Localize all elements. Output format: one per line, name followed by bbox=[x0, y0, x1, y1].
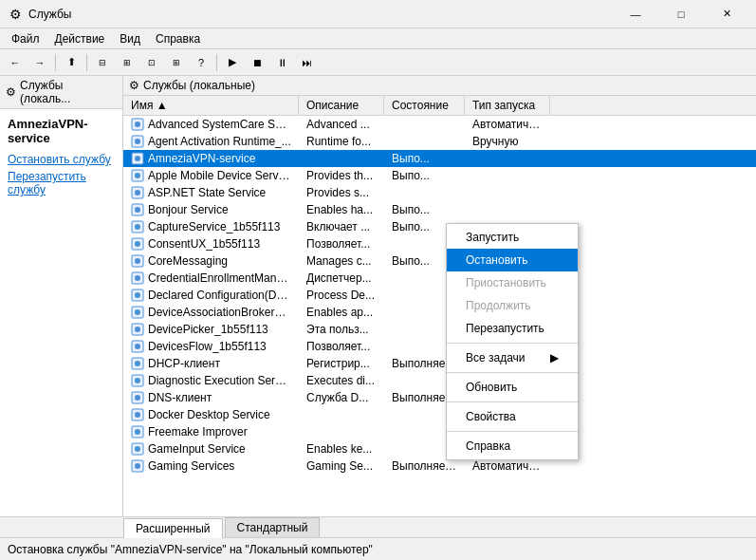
svg-point-29 bbox=[135, 361, 140, 366]
service-icon bbox=[131, 135, 144, 148]
table-row[interactable]: Docker Desktop Service Вручную bbox=[123, 406, 756, 423]
context-menu-separator bbox=[447, 401, 578, 402]
tab-standard[interactable]: Стандартный bbox=[225, 517, 321, 537]
cell-desc: Provides th... bbox=[299, 168, 384, 183]
svg-point-11 bbox=[135, 207, 140, 213]
context-menu-item: Продолжить bbox=[447, 294, 578, 317]
menu-file[interactable]: Файл bbox=[4, 30, 47, 47]
toolbar-sep-3 bbox=[216, 54, 217, 71]
table-row[interactable]: DevicesFlow_1b55f113 Позволяет... bbox=[123, 338, 756, 355]
up-button[interactable]: ⬆ bbox=[60, 52, 83, 73]
left-header-gear-icon: ⚙ bbox=[6, 85, 16, 99]
tree-button[interactable]: ⊞ bbox=[116, 52, 138, 73]
table-row[interactable]: DevicePicker_1b55f113 Эта польз... bbox=[123, 321, 756, 338]
service-icon bbox=[131, 237, 144, 251]
cell-desc bbox=[299, 158, 384, 159]
menu-help[interactable]: Справка bbox=[148, 30, 208, 47]
cell-desc bbox=[299, 414, 384, 416]
cell-desc: Позволяет... bbox=[299, 236, 384, 252]
col-header-name[interactable]: Имя ▲ bbox=[123, 96, 299, 115]
service-icon bbox=[131, 323, 144, 336]
table-row[interactable]: DHCP-клиент Регистрир... Выполняется Авт… bbox=[123, 355, 756, 372]
svg-point-19 bbox=[135, 275, 140, 281]
col-header-startup[interactable]: Тип запуска bbox=[465, 96, 550, 115]
play-button[interactable]: ▶ bbox=[221, 52, 244, 73]
back-button[interactable]: ← bbox=[4, 52, 27, 73]
close-button[interactable]: ✕ bbox=[705, 0, 748, 28]
left-panel: ⚙ Службы (локаль... AmneziaVPN-service О… bbox=[0, 76, 123, 516]
service-icon bbox=[131, 357, 144, 370]
service-icon bbox=[131, 152, 144, 165]
service-icon bbox=[131, 391, 144, 404]
table-row[interactable]: CredentialEnrollmentMana... Диспетчер... bbox=[123, 270, 756, 287]
help-button[interactable]: ? bbox=[190, 52, 212, 73]
menu-action[interactable]: Действие bbox=[47, 30, 113, 47]
table-row[interactable]: ASP.NET State Service Provides s... bbox=[123, 184, 756, 201]
left-panel-body: AmneziaVPN-service Остановить службу Пер… bbox=[0, 109, 122, 516]
cell-startup: Вручную bbox=[465, 134, 550, 149]
context-menu-item[interactable]: Свойства bbox=[447, 405, 578, 428]
list-button[interactable]: ⊡ bbox=[140, 52, 163, 73]
table-row[interactable]: Gaming Services Gaming Se... Выполняется… bbox=[123, 457, 756, 475]
context-menu-item[interactable]: Остановить bbox=[447, 249, 578, 271]
cell-service-name: CaptureService_1b55f113 bbox=[123, 219, 299, 234]
forward-button[interactable]: → bbox=[28, 52, 51, 73]
context-menu-item[interactable]: Перезапустить bbox=[447, 317, 578, 340]
cell-status bbox=[384, 123, 465, 125]
table-row[interactable]: DeviceAssociationBroker_1... Enables ap.… bbox=[123, 304, 756, 321]
table-row[interactable]: Bonjour Service Enables ha... Выпо... bbox=[123, 201, 756, 218]
cell-startup bbox=[465, 175, 550, 177]
table-row[interactable]: GameInput Service Enables ke... Вручную … bbox=[123, 440, 756, 457]
table-row[interactable]: Freemake Improver Автоматиче... bbox=[123, 423, 756, 440]
services-table: Имя ▲ Описание Состояние Тип запуска Adv… bbox=[123, 96, 756, 516]
context-menu-item[interactable]: Запустить bbox=[447, 226, 578, 249]
cell-startup: Автоматиче... bbox=[465, 117, 550, 132]
table-header: Имя ▲ Описание Состояние Тип запуска bbox=[123, 96, 756, 116]
table-row[interactable]: Apple Mobile Device Service Provides th.… bbox=[123, 167, 756, 184]
pause-button[interactable]: ⏸ bbox=[270, 52, 293, 73]
table-row[interactable]: AmneziaVPN-service Выпо... bbox=[123, 150, 756, 167]
title-bar: ⚙ Службы — □ ✕ bbox=[0, 0, 756, 28]
table-row[interactable]: DNS-клиент Служба D... Выполняется Автом… bbox=[123, 389, 756, 406]
cell-service-name: Agent Activation Runtime_... bbox=[123, 134, 299, 149]
tab-extended[interactable]: Расширенный bbox=[123, 518, 223, 538]
menu-view[interactable]: Вид bbox=[112, 30, 148, 47]
cell-desc: Enables ha... bbox=[299, 202, 384, 217]
service-icon bbox=[131, 254, 144, 268]
cell-desc: Executes di... bbox=[299, 373, 384, 388]
cell-desc bbox=[299, 431, 384, 433]
cell-desc: Provides s... bbox=[299, 185, 384, 200]
cell-desc: Advanced ... bbox=[299, 117, 384, 132]
context-menu-item[interactable]: Обновить bbox=[447, 376, 578, 399]
context-menu-item[interactable]: Все задачи▶ bbox=[447, 346, 578, 369]
table-row[interactable]: CoreMessaging Manages c... Выпо... bbox=[123, 252, 756, 270]
cell-service-name: ASP.NET State Service bbox=[123, 185, 299, 200]
table-row[interactable]: Diagnostic Execution Service Executes di… bbox=[123, 372, 756, 389]
details-button[interactable]: ⊞ bbox=[165, 52, 188, 73]
stop-service-link[interactable]: Остановить службу bbox=[8, 153, 115, 166]
table-row[interactable]: CaptureService_1b55f113 Включает ... Вып… bbox=[123, 218, 756, 235]
cell-desc: Служба D... bbox=[299, 390, 384, 405]
context-menu-item[interactable]: Справка bbox=[447, 435, 578, 457]
left-panel-header: ⚙ Службы (локаль... bbox=[0, 76, 122, 109]
cell-service-name: DNS-клиент bbox=[123, 390, 299, 405]
col-header-status[interactable]: Состояние bbox=[384, 96, 465, 115]
table-row[interactable]: Agent Activation Runtime_... Runtime fo.… bbox=[123, 133, 756, 150]
svg-point-13 bbox=[135, 224, 140, 230]
restart-service-link[interactable]: Перезапустить службу bbox=[8, 170, 115, 196]
col-header-desc[interactable]: Описание bbox=[299, 96, 384, 115]
svg-point-41 bbox=[135, 463, 140, 469]
table-row[interactable]: ConsentUX_1b55f113 Позволяет... bbox=[123, 235, 756, 252]
maximize-button[interactable]: □ bbox=[659, 0, 703, 28]
table-row[interactable]: Advanced SystemCare Servi... Advanced ..… bbox=[123, 116, 756, 133]
svg-point-1 bbox=[135, 121, 140, 127]
svg-point-33 bbox=[135, 395, 140, 401]
stop-button[interactable]: ⏹ bbox=[246, 52, 268, 73]
right-panel-header: ⚙ Службы (локальные) bbox=[123, 76, 756, 96]
show-hide-button[interactable]: ⊟ bbox=[91, 52, 114, 73]
minimize-button[interactable]: — bbox=[614, 0, 657, 28]
service-icon bbox=[131, 169, 144, 182]
restart-button[interactable]: ⏭ bbox=[295, 52, 318, 73]
table-row[interactable]: Declared Configuration(DC)... Process De… bbox=[123, 287, 756, 304]
cell-service-name: Bonjour Service bbox=[123, 202, 299, 217]
